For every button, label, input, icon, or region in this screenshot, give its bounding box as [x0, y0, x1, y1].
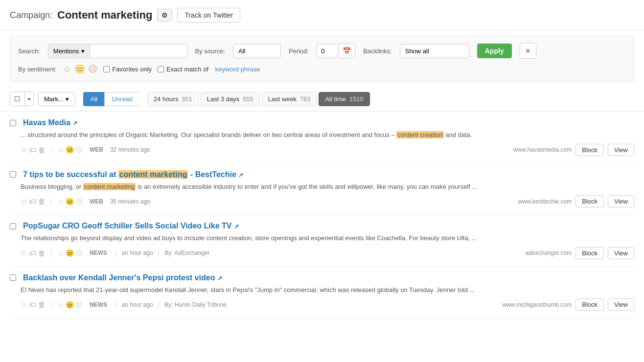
tab-all-button[interactable]: All — [83, 92, 104, 106]
result-checkbox[interactable] — [10, 171, 16, 178]
tab-24h-count: 351 — [182, 95, 192, 103]
positive-vote-icon[interactable]: ☺ — [57, 249, 64, 257]
delete-icon[interactable]: 🗑 — [38, 300, 46, 309]
positive-vote-icon[interactable]: ☺ — [57, 198, 64, 205]
mentions-chevron-icon: ▾ — [81, 47, 85, 55]
block-button[interactable]: Block — [575, 195, 604, 207]
favorites-checkbox-label[interactable]: Favorites only — [103, 66, 152, 73]
view-button[interactable]: View — [608, 195, 634, 207]
star-icon[interactable]: ☆ — [21, 300, 27, 309]
view-button[interactable]: View — [608, 298, 634, 311]
result-header: PopSugar CRO Geoff Schiller Sells Social… — [10, 222, 634, 230]
result-actions-right: www.michigansthumb.com Block View — [502, 298, 634, 311]
select-chevron-icon[interactable]: ▾ — [25, 93, 33, 105]
star-icon[interactable]: ☆ — [21, 197, 27, 206]
result-checkbox[interactable] — [10, 223, 16, 229]
result-meta: ☆ 🏷 🗑 | ☺ 😐 ☹ NEWS | an hour ago | By: H… — [10, 298, 634, 311]
tag-icon[interactable]: 🏷 — [29, 146, 36, 154]
negative-vote-icon[interactable]: ☹ — [75, 301, 83, 309]
tab-3days-count: 555 — [243, 95, 253, 103]
neutral-vote-icon[interactable]: 😐 — [66, 146, 74, 154]
result-checkbox[interactable] — [10, 274, 16, 281]
star-icon[interactable]: ☆ — [21, 249, 27, 257]
result-title-link[interactable]: Backlash over Kendall Jenner's Pepsi pro… — [23, 273, 222, 282]
tab-week-button[interactable]: Last week 783 — [262, 92, 317, 106]
by-source-select[interactable]: All Web News Blogs Twitter Facebook — [233, 44, 281, 58]
block-button[interactable]: Block — [575, 144, 604, 156]
tag-icon[interactable]: 🏷 — [29, 249, 36, 257]
neutral-vote-icon[interactable]: 😐 — [66, 198, 74, 205]
period-input[interactable] — [317, 44, 336, 58]
neutral-sentiment-icon[interactable]: 😐 — [74, 64, 85, 74]
negative-vote-icon[interactable]: ☹ — [75, 146, 83, 154]
external-link-icon: ↗ — [238, 172, 243, 179]
select-all-checkbox[interactable]: ☐ — [10, 92, 25, 106]
result-domain: adexchanger.com — [526, 249, 572, 256]
delete-icon[interactable]: 🗑 — [38, 197, 46, 205]
mark-button[interactable]: Mark... ▾ — [38, 92, 75, 106]
meta-action-icons: ☆ 🏷 🗑 — [21, 197, 46, 206]
result-actions-right: www.besttechie.com Block View — [518, 195, 634, 207]
keyword-highlight: content marketing — [83, 183, 136, 190]
neutral-vote-icon[interactable]: 😐 — [66, 249, 74, 257]
block-button[interactable]: Block — [575, 298, 604, 311]
result-title-link[interactable]: PopSugar CRO Geoff Schiller Sells Social… — [23, 222, 239, 230]
keyword-phrase-link[interactable]: keyword phrase — [215, 66, 260, 73]
result-author: By: Huron Daily Tribune — [164, 301, 227, 308]
sentiment-icons: ☺ 😐 ☹ — [63, 64, 97, 74]
delete-icon[interactable]: 🗑 — [38, 146, 46, 154]
favorites-checkbox[interactable] — [103, 66, 110, 72]
result-title-link[interactable]: 7 tips to be successful at content marke… — [23, 170, 243, 179]
search-input[interactable] — [90, 44, 187, 58]
favorites-label: Favorites only — [112, 66, 152, 73]
negative-sentiment-icon[interactable]: ☹ — [88, 64, 97, 74]
apply-button[interactable]: Apply — [477, 44, 512, 58]
neutral-vote-icon[interactable]: 😐 — [66, 301, 74, 309]
separator: | — [158, 301, 160, 309]
positive-vote-icon[interactable]: ☺ — [57, 146, 64, 154]
view-button[interactable]: View — [608, 247, 634, 259]
result-domain: www.besttechie.com — [518, 198, 572, 205]
select-all-dropdown[interactable]: ☐ ▾ — [10, 91, 34, 106]
result-title-link[interactable]: Havas Media ↗ — [23, 118, 77, 127]
separator: | — [115, 249, 117, 257]
result-time: 32 minutes ago — [110, 146, 150, 153]
mentions-dropdown-button[interactable]: Mentions ▾ — [48, 44, 90, 58]
negative-vote-icon[interactable]: ☹ — [75, 198, 83, 205]
tab-3days-button[interactable]: Last 3 days 555 — [201, 92, 260, 106]
result-checkbox[interactable] — [10, 120, 16, 126]
positive-vote-icon[interactable]: ☺ — [57, 301, 64, 309]
exact-match-checkbox-label[interactable]: Exact match of keyword phrase — [158, 66, 260, 73]
settings-button[interactable]: ⚙ — [157, 9, 172, 22]
delete-icon[interactable]: 🗑 — [38, 249, 46, 257]
tab-unread-button[interactable]: Unread — [104, 92, 139, 106]
tag-icon[interactable]: 🏷 — [29, 197, 36, 205]
external-link-icon: ↗ — [72, 120, 77, 127]
result-actions-right: adexchanger.com Block View — [526, 247, 634, 259]
result-meta: ☆ 🏷 🗑 | ☺ 😐 ☹ WEB 32 minutes ago www.hav… — [10, 144, 634, 156]
track-twitter-button[interactable]: Track on Twitter — [177, 8, 240, 23]
view-button[interactable]: View — [608, 144, 634, 156]
tag-icon[interactable]: 🏷 — [29, 300, 36, 309]
tab-3days-label: Last 3 days — [207, 95, 240, 103]
result-snippet: E! News has reported that 21-year-old su… — [10, 285, 634, 295]
tab-24h-button[interactable]: 24 hours 351 — [147, 92, 199, 106]
negative-vote-icon[interactable]: ☹ — [75, 249, 83, 257]
calendar-button[interactable]: 📅 — [338, 44, 355, 58]
meta-sentiment-icons: ☺ 😐 ☹ — [57, 249, 83, 257]
exact-match-checkbox[interactable] — [158, 66, 164, 72]
by-source-label: By source: — [195, 47, 225, 55]
tab-alltime-button[interactable]: All time 1510 — [319, 92, 369, 106]
mark-chevron-icon: ▾ — [66, 95, 69, 103]
block-button[interactable]: Block — [575, 247, 604, 259]
page-header: Campaign: Content marketing ⚙ Track on T… — [0, 0, 644, 31]
list-item: Backlash over Kendall Jenner's Pepsi pro… — [10, 267, 634, 318]
result-time: an hour ago — [122, 301, 153, 308]
positive-sentiment-icon[interactable]: ☺ — [63, 64, 71, 74]
clear-button[interactable]: ✕ — [520, 43, 536, 59]
star-icon[interactable]: ☆ — [21, 145, 27, 154]
separator: | — [158, 249, 160, 257]
header-title-row: Campaign: Content marketing ⚙ Track on T… — [10, 8, 634, 23]
backlinks-select[interactable]: Show all With backlinks Without backlink… — [400, 44, 469, 58]
campaign-name: Content marketing — [57, 9, 152, 22]
